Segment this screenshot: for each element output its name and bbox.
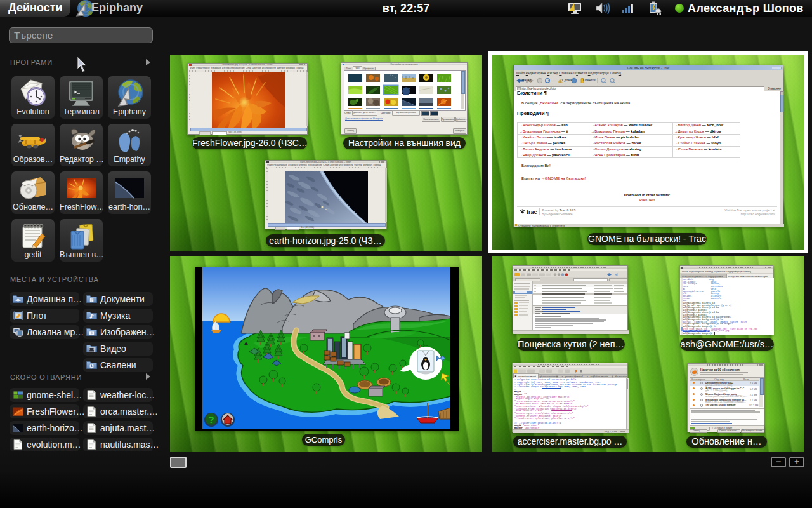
svg-text:?: ?	[208, 414, 214, 425]
svg-text:trac: trac	[527, 209, 537, 215]
